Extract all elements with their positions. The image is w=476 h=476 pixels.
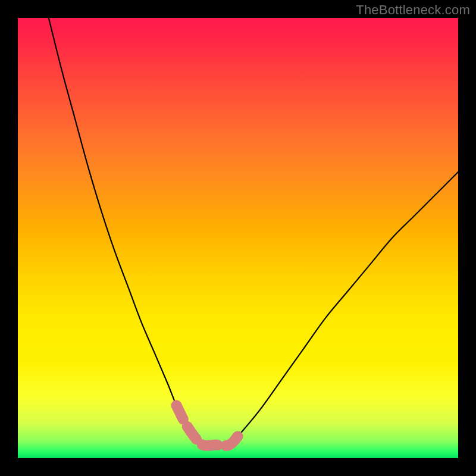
sweet-spot-highlight (176, 405, 238, 446)
curve-layer (18, 18, 458, 458)
chart-frame: TheBottleneck.com (0, 0, 476, 476)
watermark-text: TheBottleneck.com (356, 2, 470, 18)
plot-area (18, 18, 458, 458)
bottleneck-curve (49, 18, 458, 446)
